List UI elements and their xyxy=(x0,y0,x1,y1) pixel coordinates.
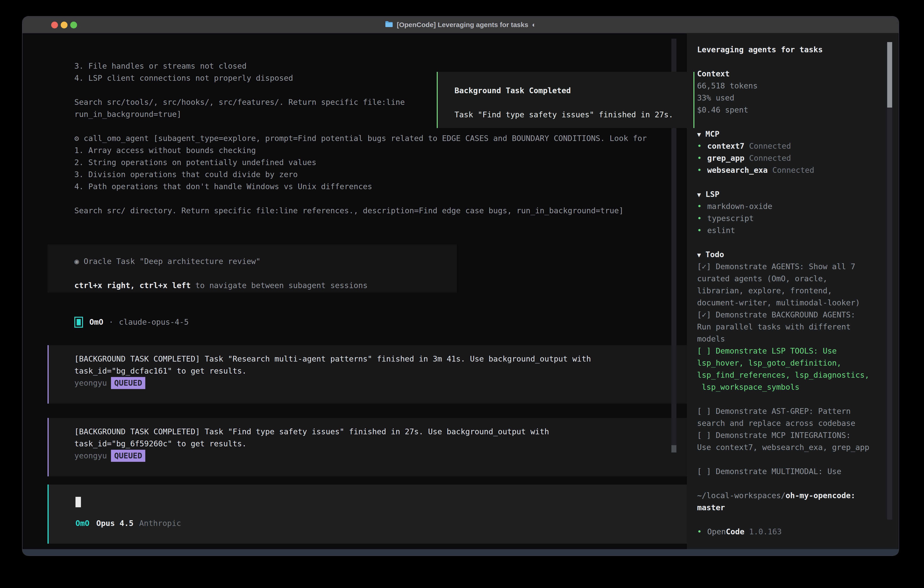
task-meta-line: yeongyuQUEUED xyxy=(74,450,695,462)
keyboard-shortcut: ctrl+x right, ctrl+x left xyxy=(74,281,191,290)
task-message-line: task_id="bg_6f59260c" to get results. xyxy=(74,438,695,450)
bullet-icon: • xyxy=(697,214,702,223)
lsp-section-header[interactable]: ▼LSP xyxy=(697,188,898,200)
task-user: yeongyu xyxy=(74,378,107,387)
chevron-down-icon[interactable]: ▼ xyxy=(697,131,701,138)
todo-line-pending: [ ] Demonstrate AST-GREP: Pattern xyxy=(697,405,898,417)
mcp-item-name: grep_app xyxy=(707,154,744,163)
context-spent: $0.46 spent xyxy=(697,104,898,116)
window-title: [OpenCode] Leveraging agents for tasks xyxy=(397,21,528,29)
spacer xyxy=(697,393,898,405)
agent-header: OmO · claude-opus-4-5 xyxy=(74,316,189,328)
background-task-message: [BACKGROUND TASK COMPLETED] Task "Resear… xyxy=(48,345,695,404)
spacer xyxy=(697,477,898,489)
todo-line-pending: [ ] Demonstrate MULTIMODAL: Use xyxy=(697,466,898,477)
notification-title: Background Task Completed xyxy=(454,84,693,97)
gear-icon: ⚙ xyxy=(74,134,79,143)
todo-line-done: librarian, explore, frontend, xyxy=(697,285,898,297)
spacer xyxy=(697,176,898,188)
separator-dot: · xyxy=(109,316,113,328)
todo-line-pending: [ ] Demonstrate MCP INTEGRATIONS: xyxy=(697,429,898,441)
window-bottom-strip xyxy=(23,549,899,555)
lsp-item-name: eslint xyxy=(707,226,735,235)
input-model-label[interactable]: Opus 4.5 xyxy=(96,517,134,529)
bullet-icon: • xyxy=(697,154,702,163)
background-task-notification: Background Task Completed Task "Find typ… xyxy=(437,72,695,128)
terminal-window: [OpenCode] Leveraging agents for tasks ◐… xyxy=(23,17,899,555)
mcp-item-status: Connected xyxy=(744,154,791,163)
spacer xyxy=(697,56,898,68)
mcp-section-header[interactable]: ▼MCP xyxy=(697,128,898,140)
spacer xyxy=(697,236,898,249)
mcp-item-name: websearch_exa xyxy=(707,165,767,175)
todo-line-active: lsp_workspace_symbols xyxy=(697,381,898,393)
app-version: •OpenCode 1.0.163 xyxy=(697,526,898,538)
mcp-item-name: context7 xyxy=(707,141,744,150)
main-scrollbar-thumb[interactable] xyxy=(672,445,676,453)
mcp-item-status: Connected xyxy=(744,141,791,150)
chevron-down-icon[interactable]: ▼ xyxy=(697,251,701,259)
bullet-icon: • xyxy=(697,141,702,150)
task-message-line: [BACKGROUND TASK COMPLETED] Task "Find t… xyxy=(74,426,695,438)
sidebar-scrollbar-thumb[interactable] xyxy=(887,42,892,107)
todo-line-done: [✓] Demonstrate AGENTS: Show all 7 xyxy=(697,261,898,273)
workspace-path-prefix: ~/local-workspaces/ xyxy=(697,491,785,500)
task-meta-line: yeongyuQUEUED xyxy=(74,377,695,389)
todo-line-done: curated agents (OmO, oracle, xyxy=(697,273,898,285)
transcript-line xyxy=(74,193,670,205)
todo-line-done: Run parallel tasks with different xyxy=(697,321,898,333)
spacer xyxy=(697,514,898,526)
status-badge: QUEUED xyxy=(111,450,145,462)
bullet-icon: • xyxy=(697,165,702,175)
todo-line-done: models xyxy=(697,333,898,345)
workspace-branch: master xyxy=(697,502,898,514)
mcp-item-status: Connected xyxy=(768,165,814,175)
prompt-input[interactable]: OmO Opus 4.5 Anthropic xyxy=(48,484,705,543)
todo-line-pending: search and replace across codebase xyxy=(697,417,898,429)
sidebar-session-title: Leveraging agents for tasks xyxy=(697,44,898,56)
todo-line-done: [✓] Demonstrate BACKGROUND AGENTS: xyxy=(697,309,898,321)
transcript-line: 4. Path operations that don't handle Win… xyxy=(74,180,670,193)
workspace-path-repo: oh-my-opencode: xyxy=(785,491,855,500)
omo-agent-icon xyxy=(74,317,83,328)
transcript-line: 2. String operations on potentially unde… xyxy=(74,157,670,168)
bullet-icon: • xyxy=(697,202,702,211)
spacer xyxy=(697,116,898,128)
task-message-line: task_id="bg_dcfac161" to get results. xyxy=(74,365,695,377)
lsp-item: •markdown-oxide xyxy=(697,200,898,212)
text-cursor xyxy=(76,497,81,507)
input-agent-label[interactable]: OmO xyxy=(76,517,89,529)
oracle-spacer xyxy=(74,268,457,279)
transcript-line: Search src/ directory. Return specific f… xyxy=(74,205,670,217)
task-message-line: [BACKGROUND TASK COMPLETED] Task "Resear… xyxy=(74,353,695,365)
agent-name: OmO xyxy=(89,316,103,328)
tool-call-line: ⚙ call_omo_agent [subagent_type=explore,… xyxy=(74,132,670,144)
background-task-message: [BACKGROUND TASK COMPLETED] Task "Find t… xyxy=(48,418,695,476)
sidebar-scrollbar-track[interactable] xyxy=(887,42,892,520)
transcript-line: 3. Division operations that could divide… xyxy=(74,168,670,180)
mcp-item: •context7 Connected xyxy=(697,140,898,152)
mcp-item: •websearch_exa Connected xyxy=(697,164,898,176)
lsp-item: •typescript xyxy=(697,212,898,225)
record-icon: ◉ xyxy=(74,257,79,266)
todo-line-pending: Use context7, websearch_exa, grep_app xyxy=(697,441,898,453)
lsp-item: •eslint xyxy=(697,225,898,236)
status-badge: QUEUED xyxy=(111,377,145,389)
oracle-task-box: ◉ Oracle Task "Deep architecture review"… xyxy=(48,244,457,292)
context-heading: Context xyxy=(697,68,898,80)
todo-line-active: lsp_find_references, lsp_diagnostics, xyxy=(697,369,898,381)
chevron-down-icon[interactable]: ▼ xyxy=(697,191,701,198)
transcript-line: 1. Array access without bounds checking xyxy=(74,144,670,157)
workspace-path: ~/local-workspaces/oh-my-opencode: xyxy=(697,489,898,502)
agent-model: claude-opus-4-5 xyxy=(119,316,189,328)
lsp-item-name: markdown-oxide xyxy=(707,202,772,211)
notification-spacer xyxy=(454,97,693,109)
context-tokens: 66,518 tokens xyxy=(697,80,898,92)
modified-indicator-icon: ◐ xyxy=(532,21,536,29)
window-title-area: [OpenCode] Leveraging agents for tasks ◐ xyxy=(23,17,899,33)
lsp-item-name: typescript xyxy=(707,214,754,223)
notification-body: Task "Find type safety issues" finished … xyxy=(454,109,693,121)
oracle-hint-line: ctrl+x right, ctrl+x left to navigate be… xyxy=(74,279,457,291)
todo-section-header[interactable]: ▼Todo xyxy=(697,249,898,261)
folder-icon xyxy=(385,21,393,29)
